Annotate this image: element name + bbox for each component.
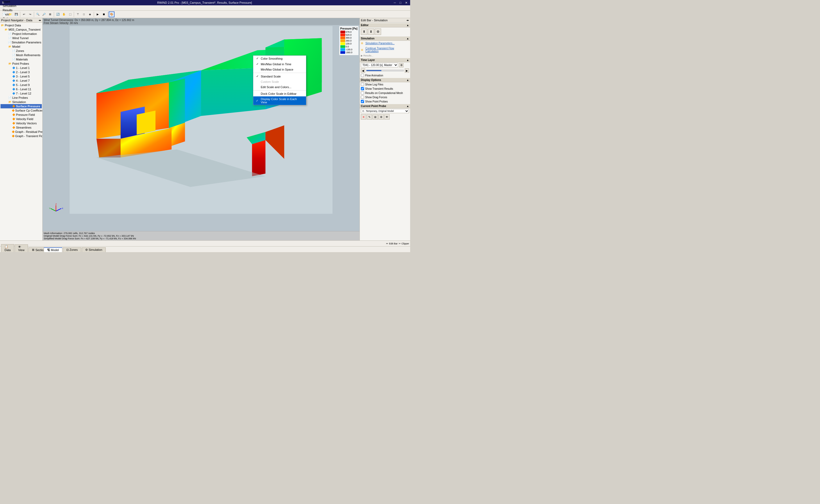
tree-item[interactable]: 🔶Surface Pressure [1,104,42,108]
menu-item-insert[interactable]: Insert [1,0,18,4]
display-option-checkbox-2[interactable] [361,91,364,95]
tree-item[interactable]: 📄Simulation Parameters [1,40,42,44]
toolbar-new[interactable]: 📄 [1,11,7,17]
toolbar-zoom-out[interactable]: 🔎 [41,11,47,17]
probe-view-btn[interactable]: 👁 [384,114,390,120]
display-option-checkbox-0[interactable] [361,83,364,86]
time-layer-select[interactable]: T041 - 120.00 [s], Master [361,63,398,67]
tree-item[interactable]: 📄Wind Tunnel [1,36,42,40]
tree-item[interactable]: 🔷2 - Level 3 [1,70,42,74]
probe-delete-btn[interactable]: ✕ [361,114,366,120]
probe-settings-btn[interactable]: ⚙ [378,114,384,120]
toolbar-open[interactable]: 📁 [7,11,13,17]
tab-model[interactable]: 🏗 Model [44,247,62,252]
dropdown-item[interactable]: Custom Scale [253,79,306,84]
tree-item[interactable]: 🔶Surface Cp Coefficient [1,108,42,113]
current-probe-select[interactable]: 0 - Temporary, Original Model [361,109,409,113]
time-next-btn[interactable]: ▶ [405,68,409,73]
sim-link-1[interactable]: ⚙Continue Transient Flow Calculation [360,46,410,54]
flow-animation-label: Flow Animation [365,74,383,77]
toolbar-pan[interactable]: ✋ [61,11,67,17]
tree-item[interactable]: 🔷3 - Level 5 [1,74,42,79]
tree-item[interactable]: 📂Point Probes [1,62,42,66]
toolbar-view-3d[interactable]: ◈ [87,11,93,17]
tree-item[interactable]: 📄Project Information [1,32,42,36]
tree-item[interactable]: 🔶Graph - Residual Pressure [1,130,42,134]
menu-item-simulation[interactable]: Simulation [1,4,18,8]
title-bar-controls: ─ □ ✕ [392,1,409,5]
time-prev-btn[interactable]: ◀ [361,68,365,73]
toolbar-select[interactable]: ⬚ [67,11,73,17]
display-option-checkbox-3[interactable] [361,96,364,99]
toolbar-save[interactable]: 💾 [13,11,19,17]
tree-item[interactable]: 📂Model [1,44,42,49]
viewport-3d[interactable] [43,26,360,214]
tab-simulation[interactable]: ⚙ Simulation [82,247,106,252]
tree-item[interactable]: 🔷1 - Level 1 [1,66,42,70]
tab-data[interactable]: 📋 Data [1,244,14,252]
display-option-4[interactable]: Show Point Probes [360,99,410,104]
maximize-button[interactable]: □ [398,1,403,5]
dropdown-item[interactable]: Dock Color Scale in Editbar [253,91,306,96]
tree-item[interactable]: 📂Project Data [1,23,42,27]
tree-label: Simulation [12,100,26,104]
tab-zones[interactable]: ⊡ Zones [63,247,81,252]
tree-item[interactable]: 🔷5 - Level 9 [1,83,42,87]
tree-item[interactable]: 📄Mesh Refinements [1,53,42,57]
viewport[interactable]: Wind Tunnel Dimensions: Dx = 350.069 m, … [43,18,360,240]
tree-item[interactable]: 🔷7 - Level 12 [1,91,42,96]
dropdown-item[interactable]: ✓Display Color Scale in Each View [253,96,306,105]
dropdown-item[interactable]: ✓Min/Max Global in Time [253,61,306,67]
edit-bar-title: Edit Bar - Simulation [361,19,387,22]
probe-add-btn[interactable]: ✎ [367,114,372,120]
tree-item[interactable]: 🔶Velocity Field [1,117,42,121]
flow-animation-check[interactable]: Flow Animation [360,73,410,77]
toolbar-view-front[interactable]: □ [81,11,87,17]
tree-item[interactable]: 📂Simulation [1,100,42,104]
dropdown-item[interactable]: Min/Max Global in Space [253,67,306,72]
color-box [340,45,345,48]
probe-copy-btn[interactable]: ⊞ [373,114,378,120]
tree-label: Graph - Residual Pressure [15,130,42,133]
toolbar-play[interactable]: ▶ [95,11,101,17]
toolbar-zoom-in[interactable]: 🔍 [35,11,41,17]
dropdown-item[interactable]: ✓Standard Scale [253,73,306,79]
flow-animation-checkbox[interactable] [361,74,364,77]
toolbar-undo[interactable]: ↩ [21,11,27,17]
display-option-0[interactable]: Show Log Files [360,82,410,87]
toolbar-rotate[interactable]: 🔄 [55,11,61,17]
toolbar-stop[interactable]: ⏹ [101,11,107,17]
minimize-button[interactable]: ─ [392,1,398,5]
tree-item[interactable]: 🔶Graph - Transient Flow [1,134,42,138]
sim-link-0[interactable]: ⚙Simulation Parameters... [360,41,410,46]
editor-btn-1[interactable]: ⬆ [361,28,367,35]
dropdown-item[interactable]: Edit Scale and Colors... [253,84,306,90]
clipper-tab[interactable]: ✂ Clipper [399,242,409,245]
tree-label: 5 - Level 9 [16,83,30,87]
toolbar-redo[interactable]: ↪ [27,11,33,17]
display-option-2[interactable]: Results on Computational Mesh [360,91,410,95]
tree-item[interactable]: 🔶Streamlines [1,125,42,130]
display-option-checkbox-1[interactable] [361,87,364,90]
editor-btn-2[interactable]: ⬇ [368,28,374,35]
display-option-3[interactable]: Show Drag Forces [360,95,410,99]
time-settings-btn[interactable]: ⚙ [399,63,403,67]
display-option-1[interactable]: Show Transient Results [360,87,410,91]
toolbar-view-top[interactable]: ⊤ [75,11,81,17]
tab-view[interactable]: 👁 View [15,244,28,252]
tree-item[interactable]: 🔷4 - Level 7 [1,79,42,83]
close-button[interactable]: ✕ [403,1,409,5]
toolbar-color-scale[interactable]: 🎨 [109,11,115,17]
editor-btn-3[interactable]: ⚙ [375,28,381,35]
dropdown-item[interactable]: ✓Color Smoothing [253,56,306,61]
tree-item[interactable]: 📄Materials [1,57,42,62]
tree-item[interactable]: 🔷6 - Level 11 [1,87,42,91]
tree-item[interactable]: 🔶Velocity Vectors [1,121,42,125]
display-option-checkbox-4[interactable] [361,100,364,103]
toolbar-fit[interactable]: ⊞ [47,11,53,17]
tree-item[interactable]: 🔶Pressure Field [1,113,42,117]
edit-bar-tab[interactable]: ✏ Edit Bar [386,242,398,245]
tree-item[interactable]: 📄Zones [1,49,42,53]
tree-item[interactable]: 📄Line Probes [1,96,42,100]
tree-item[interactable]: 📂M03_Campus_Transient [1,27,42,32]
